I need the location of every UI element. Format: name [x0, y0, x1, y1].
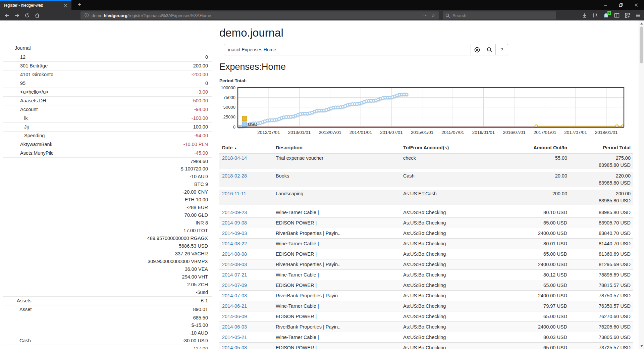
- table-row[interactable]: 2018-04-14Trial expense vouchercheck55.0…: [219, 154, 633, 170]
- sidebar-account-link[interactable]: 95: [3, 79, 25, 88]
- table-row[interactable]: 2014-07-03RiverBank Properties | Payin..…: [219, 291, 633, 301]
- transaction-amount: 2400.00 USD: [484, 259, 570, 270]
- transaction-date-link[interactable]: 2014-06-09: [222, 314, 247, 319]
- browser-search-box[interactable]: Search: [443, 11, 556, 19]
- sidebar-account-link[interactable]: Aktywa:mBank: [3, 140, 52, 149]
- sidebar-account-link[interactable]: Account: [3, 105, 38, 114]
- sidebar-account-row: 337.26 VACHR: [3, 250, 212, 258]
- period-total: 78895.69 USD: [570, 270, 633, 280]
- sidebar-account-balance: 17.00 ITOT: [183, 227, 208, 234]
- sidebar-account-link[interactable]: Aaasets:DH: [3, 97, 46, 105]
- sidebar-account-link[interactable]: 12: [3, 53, 25, 61]
- transaction-date-link[interactable]: 2018-04-14: [222, 155, 247, 161]
- register-column-header[interactable]: Date▲: [219, 143, 273, 154]
- transaction-date-link[interactable]: 2014-09-23: [222, 210, 247, 215]
- sidebar-account-row: Asets:MunyPile-45.00: [3, 149, 212, 157]
- scrollbar-thumb[interactable]: [640, 27, 643, 63]
- register-column-header[interactable]: To/From Account(s): [400, 143, 484, 154]
- transaction-date-link[interactable]: 2014-08-03: [222, 262, 247, 267]
- table-row[interactable]: 2016-11-11LandscapingAs:US:ET:Cash200.00…: [219, 188, 633, 206]
- transaction-date-link[interactable]: 2014-09-03: [222, 231, 247, 236]
- transaction-date-link[interactable]: 2014-05-21: [222, 335, 247, 340]
- sidebar-toggle-icon[interactable]: [614, 12, 620, 18]
- transaction-description: Landscaping: [273, 188, 400, 206]
- transaction-date-link[interactable]: 2018-02-28: [222, 173, 247, 179]
- sidebar-account-link[interactable]: <u>hello</u>: [3, 88, 49, 96]
- scrollbar-down-arrow-icon[interactable]: [640, 345, 643, 347]
- tab-close-icon[interactable]: ✕: [62, 3, 69, 8]
- reload-button[interactable]: [22, 11, 32, 20]
- transaction-date-link[interactable]: 2014-07-03: [222, 293, 247, 298]
- register-column-header[interactable]: Amount Out/In: [484, 143, 570, 154]
- query-input[interactable]: [224, 44, 471, 55]
- sidebar-account-link[interactable]: 4101 Girokonto: [3, 70, 53, 79]
- transaction-account: As:US:ET:Cash: [400, 188, 484, 206]
- page-scrollbar[interactable]: [639, 20, 644, 349]
- sidebar-account-link[interactable]: Jij: [3, 123, 29, 131]
- transaction-amount: 65.00 USD: [484, 249, 570, 259]
- forward-button[interactable]: [12, 11, 22, 20]
- new-tab-button[interactable]: +: [74, 0, 85, 10]
- back-button[interactable]: [2, 11, 12, 20]
- transaction-date-link[interactable]: 2014-09-08: [222, 220, 247, 226]
- table-row[interactable]: 2014-07-09EDISON POWER |As:US:Bo:Checkin…: [219, 280, 633, 291]
- sidebar-account-balance: INR 8: [196, 219, 208, 227]
- transaction-date-link[interactable]: 2014-07-21: [222, 272, 247, 278]
- register-column-header[interactable]: Period Total: [570, 143, 633, 154]
- transaction-date-link[interactable]: 2016-11-11: [222, 191, 246, 196]
- scrollbar-up-arrow-icon[interactable]: [640, 22, 643, 24]
- screenshot-grid-icon[interactable]: [625, 12, 631, 18]
- search-help-button[interactable]: ?: [495, 44, 508, 55]
- download-icon[interactable]: [582, 12, 588, 18]
- window-close-button[interactable]: [629, 0, 644, 10]
- transaction-amount: 65.00 USD: [484, 343, 570, 349]
- table-row[interactable]: 2014-05-08EDISON POWER |As:US:Bo:Checkin…: [219, 343, 633, 349]
- table-row[interactable]: 2014-06-21Wine-Tarner Cable |As:US:Bo:Ch…: [219, 301, 633, 311]
- window-restore-button[interactable]: [613, 0, 629, 10]
- page-actions-icon[interactable]: ⋯: [423, 13, 428, 18]
- transaction-date-link[interactable]: 2014-06-21: [222, 303, 247, 309]
- table-row[interactable]: 2014-07-21Wine-Tarner Cable |As:US:Bo:Ch…: [219, 270, 633, 280]
- register-column-header[interactable]: Description: [273, 143, 400, 154]
- table-row[interactable]: 2014-09-03RiverBank Properties | Payin..…: [219, 228, 633, 239]
- table-row[interactable]: 2014-08-08EDISON POWER |As:US:Bo:Checkin…: [219, 249, 633, 259]
- table-row[interactable]: 2014-08-03RiverBank Properties | Payin..…: [219, 259, 633, 270]
- transaction-date-link[interactable]: 2014-08-22: [222, 241, 247, 246]
- sidebar-account-link[interactable]: Cash: [3, 337, 31, 344]
- transaction-date-link[interactable]: 2014-07-09: [222, 283, 247, 288]
- browser-tab[interactable]: register - hledger-web ✕: [0, 0, 71, 10]
- transaction-date-link[interactable]: 2014-08-08: [222, 251, 247, 257]
- transaction-date-link[interactable]: 2014-06-03: [222, 324, 247, 330]
- table-row[interactable]: 2014-08-22Wine-Tarner Cable |As:US:Bo:Ch…: [219, 239, 633, 249]
- home-button[interactable]: [32, 11, 42, 20]
- transaction-amount: 80.01 USD: [484, 239, 570, 249]
- table-row[interactable]: 2014-06-03RiverBank Properties | Payin..…: [219, 322, 633, 332]
- svg-text:2016/07/01: 2016/07/01: [503, 130, 526, 135]
- ghostery-extension-icon[interactable]: 0: [603, 12, 609, 18]
- table-row[interactable]: 2014-06-09EDISON POWER |As:US:Bo:Checkin…: [219, 311, 633, 322]
- sidebar-account-link[interactable]: 301 Beiträge: [3, 62, 48, 70]
- sidebar-account-link[interactable]: Assets: [3, 297, 32, 305]
- clear-query-button[interactable]: [471, 44, 483, 55]
- table-row[interactable]: 2014-09-23Wine-Tarner Cable |As:US:Bo:Ch…: [219, 206, 633, 218]
- transaction-date-link[interactable]: 2014-05-08: [222, 345, 247, 349]
- sidebar-account-link[interactable]: Spending: [3, 132, 45, 140]
- site-info-icon[interactable]: ⓘ: [85, 12, 89, 18]
- table-row[interactable]: 2014-05-21Wine-Tarner Cable |As:US:Bo:Ch…: [219, 332, 633, 343]
- library-icon[interactable]: [592, 12, 598, 18]
- sidebar-account-balance: 0: [205, 53, 208, 61]
- url-bar[interactable]: ⓘ demo.hledger.org/register?q=inacct%3AE…: [80, 11, 439, 19]
- browser-tab-bar: register - hledger-web ✕ +: [0, 0, 644, 10]
- transaction-description: EDISON POWER |: [273, 280, 400, 291]
- sidebar-account-link[interactable]: Journal: [3, 44, 31, 52]
- sidebar-account-link[interactable]: Asset: [3, 305, 32, 314]
- search-submit-button[interactable]: [483, 44, 496, 55]
- window-minimize-button[interactable]: [598, 0, 613, 10]
- table-row[interactable]: 2018-02-28BooksCash20.00220.0083985.80 U…: [219, 170, 633, 188]
- period-total-chart[interactable]: 2012/07/012013/01/012013/07/012014/01/01…: [219, 85, 625, 136]
- menu-hamburger-icon[interactable]: [635, 12, 641, 18]
- bookmark-star-icon[interactable]: ☆: [431, 13, 435, 18]
- sidebar-account-link[interactable]: lk: [3, 114, 28, 122]
- table-row[interactable]: 2014-09-08EDISON POWER |As:US:Bo:Checkin…: [219, 218, 633, 228]
- sidebar-account-link[interactable]: Asets:MunyPile: [3, 149, 54, 157]
